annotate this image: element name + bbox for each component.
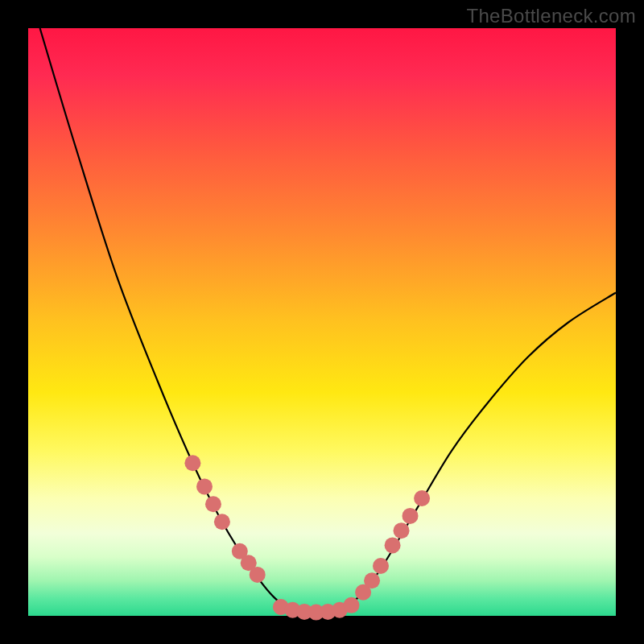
scatter-point (196, 478, 213, 494)
scatter-point (250, 567, 266, 583)
scatter-point (373, 558, 389, 574)
scatter-point (344, 597, 360, 613)
scatter-point (364, 572, 380, 588)
watermark: TheBottleneck.com (466, 5, 636, 27)
plot-background (28, 28, 616, 616)
scatter-point (402, 508, 419, 524)
scatter-point (214, 514, 230, 530)
scatter-point (414, 490, 430, 506)
scatter-point (385, 537, 401, 553)
scatter-point (184, 455, 200, 471)
scatter-point (394, 522, 410, 539)
bottleneck-chart (0, 0, 644, 644)
scatter-point (205, 496, 221, 512)
chart-container: TheBottleneck.com (0, 0, 644, 644)
